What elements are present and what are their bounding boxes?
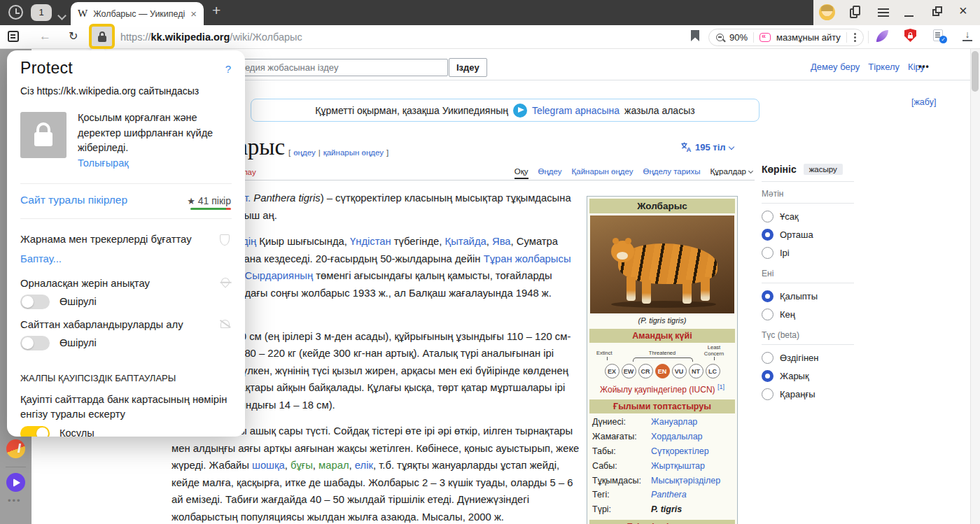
scrollbar-thumb[interactable]	[972, 51, 979, 92]
radio-icon[interactable]	[762, 211, 774, 222]
radio-selected-icon[interactable]	[762, 370, 774, 382]
appearance-option[interactable]: Қалыпты	[762, 287, 854, 305]
radio-selected-icon[interactable]	[762, 290, 774, 302]
security-section-header: ЖАЛПЫ ҚАУІПСІЗДІК БАПТАУЛАРЫ	[20, 373, 176, 383]
collections-icon[interactable]	[850, 8, 858, 18]
radio-selected-icon[interactable]	[762, 229, 774, 241]
zoom-out-icon[interactable]	[716, 34, 724, 41]
article-link[interactable]: Ява	[492, 236, 511, 247]
tab-counter-button[interactable]: 1	[31, 4, 52, 21]
taxonomy-value[interactable]: Мысықтәрізділер	[651, 476, 720, 486]
article-link[interactable]: Қытайда	[445, 236, 486, 247]
geolocation-label: Орналасқан жерін анықтау	[20, 278, 150, 289]
article-link[interactable]: марал	[318, 460, 349, 471]
article-link[interactable]: шошқа	[252, 460, 285, 471]
alice-assistant-icon[interactable]	[6, 473, 25, 492]
taxonomy-value[interactable]: Жыртқыштар	[651, 461, 705, 471]
geolocation-toggle[interactable]	[20, 295, 50, 309]
appearance-option[interactable]: Орташа	[762, 225, 854, 243]
bankcard-toggle[interactable]	[20, 426, 50, 437]
edit-source-link[interactable]: қайнарын өңдеу	[323, 148, 384, 157]
view-tab[interactable]: Қайнарын өңдеу	[572, 167, 634, 176]
pill-divider	[753, 32, 754, 43]
adblock-settings-link[interactable]: Баптау...	[20, 253, 62, 264]
photo-shadow	[611, 301, 716, 308]
search-input[interactable]: Уикипедия жобасынан іздеу	[214, 59, 448, 76]
tiger-photo[interactable]	[590, 215, 734, 313]
view-tab[interactable]: Өңделу тарихы	[643, 167, 701, 176]
read-aloud-button[interactable]: мазмұнын айту	[776, 32, 841, 43]
taxonomy-label: Сабы:	[592, 461, 651, 471]
yandex-app-icon[interactable]	[6, 439, 25, 458]
reference-link[interactable]: [1]	[718, 383, 724, 390]
status-link-text[interactable]: Жойылу қаупіндегілер (IUCN)	[600, 385, 715, 395]
radio-icon[interactable]	[762, 247, 774, 259]
site-reviews-link[interactable]: Сайт туралы пікірлер	[20, 194, 127, 206]
more-options-icon[interactable]	[854, 33, 856, 42]
download-icon[interactable]: ↓	[962, 29, 972, 41]
taxonomy-value[interactable]: Panthera	[651, 490, 687, 500]
window-maximize-button[interactable]	[932, 9, 939, 16]
radio-icon[interactable]	[762, 309, 774, 320]
window-minimize-button[interactable]	[904, 15, 913, 17]
banner-text: жазыла аласыз	[624, 105, 695, 116]
notifications-toggle[interactable]	[20, 336, 50, 350]
window-close-button[interactable]: ×	[959, 3, 967, 19]
zoom-level[interactable]: 90%	[729, 32, 748, 43]
view-tab[interactable]: Оқу	[514, 167, 528, 176]
taxonomy-value[interactable]: Хордалылар	[651, 432, 703, 441]
article-link[interactable]: Үндістан	[350, 236, 391, 247]
appearance-option[interactable]: Қараңғы	[762, 385, 854, 403]
appearance-option[interactable]: Өздігінен	[762, 348, 854, 367]
top-link-1[interactable]: Тіркелу	[868, 62, 899, 72]
taxonomy-table: Дүниесі:ЖануарларЖамағаты:ХордалыларТабы…	[589, 413, 735, 518]
article-link[interactable]: елік	[355, 460, 373, 471]
profile-avatar[interactable]	[819, 4, 835, 20]
ellipsis-menu-icon[interactable]: •••	[918, 62, 930, 71]
site-lock-button-highlighted[interactable]	[89, 24, 115, 49]
new-tab-button[interactable]: +	[212, 2, 220, 19]
history-clock-icon[interactable]	[8, 5, 23, 20]
tiger-leg-art	[701, 277, 710, 301]
back-button[interactable]: ←	[39, 29, 51, 43]
appearance-option[interactable]: Ұсақ	[762, 207, 854, 225]
radio-icon[interactable]	[762, 352, 774, 364]
iucn-group-threatened: Threatened	[636, 350, 689, 357]
reload-button[interactable]: ↻	[69, 29, 78, 43]
address-bar[interactable]: https://kk.wikipedia.org/wiki/Жолбарыс	[120, 31, 302, 43]
banner-close-link[interactable]: [жабу]	[911, 97, 936, 107]
article-link[interactable]: Тұран жолбарысы	[484, 253, 571, 264]
radio-icon[interactable]	[762, 388, 774, 400]
article-link[interactable]: бұғы	[290, 460, 313, 471]
appearance-hide-button[interactable]: жасыру	[804, 164, 843, 175]
appearance-option[interactable]: Кең	[762, 305, 854, 323]
shield-outline-icon	[220, 234, 230, 246]
lock-icon	[98, 36, 106, 42]
appearance-option[interactable]: Ірі	[762, 243, 854, 262]
appearance-option[interactable]: Жарық	[762, 367, 854, 385]
taxonomy-row: Тегі:Panthera	[589, 488, 735, 502]
taxonomy-value[interactable]: Жануарлар	[651, 417, 697, 427]
side-panel-toggle-icon[interactable]	[8, 31, 19, 42]
tab-close-icon[interactable]: ×	[190, 8, 197, 20]
sidebar-more-icon[interactable]: •••	[8, 495, 22, 506]
protect-help-link[interactable]: ?	[225, 63, 231, 75]
view-tab[interactable]: Өңдеу	[538, 167, 562, 176]
wiki-user-menu[interactable]: •••	[918, 62, 930, 71]
view-tab[interactable]: Құралдар	[710, 167, 752, 176]
tab-counter-chevron[interactable]	[59, 9, 65, 22]
page-scrollbar[interactable]	[970, 49, 980, 524]
telegram-icon	[513, 104, 527, 118]
top-link-0[interactable]: Демеу беру	[811, 62, 860, 72]
active-tab[interactable]: W Жолбарыс — Уикипеді ×	[71, 2, 204, 25]
more-details-link[interactable]: Толығырақ	[78, 157, 129, 169]
telegram-link[interactable]: Telegram арнасына	[532, 105, 620, 116]
article-link[interactable]: Сырдарияның	[245, 270, 314, 281]
search-button[interactable]: Іздеу	[449, 58, 487, 77]
taxonomy-value[interactable]: Сүтқоректілер	[651, 446, 709, 456]
status-link[interactable]: Жойылу қаупіндегілер (IUCN) [1]	[589, 380, 735, 397]
edit-link[interactable]: өңдеу	[293, 148, 315, 157]
menu-icon[interactable]	[878, 8, 889, 10]
language-selector[interactable]: A 195 тіл	[680, 141, 734, 153]
reviews-rating[interactable]: ★41 пікір	[187, 195, 231, 206]
